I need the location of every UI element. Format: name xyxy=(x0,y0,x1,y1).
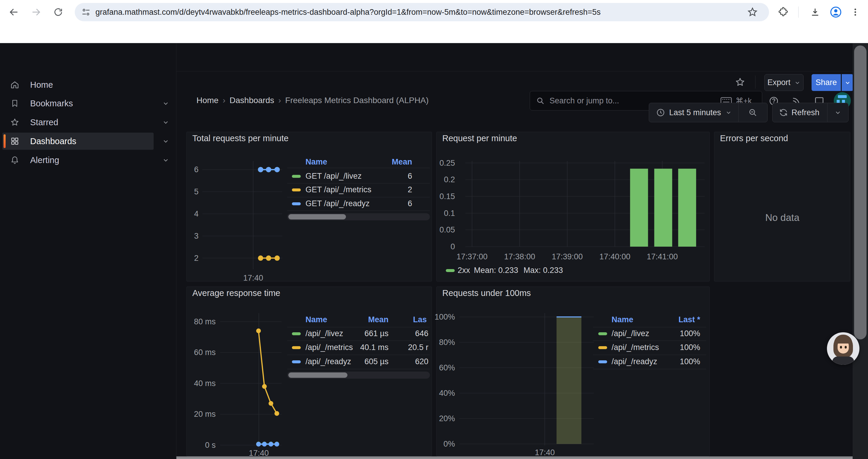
legend-name[interactable]: GET /api/_/metrics xyxy=(306,185,371,194)
panel-title[interactable]: Average response time xyxy=(192,288,280,298)
forward-icon[interactable] xyxy=(29,5,43,19)
browser-menu-icon[interactable] xyxy=(848,5,862,19)
share-menu-button[interactable] xyxy=(842,74,853,91)
breadcrumb-separator: › xyxy=(274,96,285,105)
legend-name[interactable]: /api/_/livez xyxy=(612,329,649,338)
legend-last: 100% xyxy=(680,357,700,366)
legend-separator xyxy=(287,183,430,184)
legend-mean: 605 µs xyxy=(364,357,389,366)
sidebar-item-starred[interactable]: Starred xyxy=(0,114,176,131)
panel-title[interactable]: Errors per second xyxy=(720,133,788,143)
toolbar-divider xyxy=(798,6,799,18)
sidebar-item-dashboards[interactable]: Dashboards xyxy=(0,133,176,150)
clock-icon xyxy=(656,108,665,117)
panel-title[interactable]: Requests under 100ms xyxy=(442,288,531,298)
url-input[interactable] xyxy=(95,7,745,17)
legend-separator xyxy=(593,355,706,355)
series-chip xyxy=(292,346,301,349)
series-chip xyxy=(292,360,301,363)
sidebar-item-label: Starred xyxy=(30,118,58,127)
star-icon xyxy=(10,118,20,127)
legend-name[interactable]: GET /api/_/livez xyxy=(306,172,362,181)
search-icon xyxy=(536,96,545,105)
legend-separator xyxy=(287,369,430,369)
horizontal-scrollbar[interactable] xyxy=(176,456,852,459)
legend-name[interactable]: GET /api/_/readyz xyxy=(306,199,370,208)
dashboards-grid-icon xyxy=(10,136,20,146)
export-button[interactable]: Export xyxy=(764,74,804,91)
extensions-icon[interactable] xyxy=(776,5,790,19)
legend-name[interactable]: /api/_/metrics xyxy=(306,343,353,352)
legend-header-mean[interactable]: Mean xyxy=(368,315,389,324)
legend-scrollbar-thumb[interactable] xyxy=(288,372,347,378)
legend-name[interactable]: 2xx xyxy=(458,266,470,275)
panel-title[interactable]: Total requests per minute xyxy=(192,133,289,143)
series-chip xyxy=(598,346,607,349)
favorite-star-icon[interactable] xyxy=(734,76,746,88)
bookmark-icon xyxy=(10,99,20,108)
legend-header-name[interactable]: Name xyxy=(612,315,633,324)
back-icon[interactable] xyxy=(7,5,21,19)
page-scrollbar-thumb[interactable] xyxy=(854,45,867,339)
legend-scrollbar[interactable] xyxy=(287,213,430,220)
reload-icon[interactable] xyxy=(52,5,65,19)
legend-header-mean[interactable]: Mean xyxy=(392,157,412,167)
chevron-down-icon[interactable] xyxy=(162,137,169,145)
breadcrumb-current: Freeleaps Metrics Dashboard (ALPHA) xyxy=(285,96,429,105)
legend-scrollbar-thumb[interactable] xyxy=(288,214,346,220)
panel-errors-per-second[interactable] xyxy=(714,132,850,282)
refresh-icon xyxy=(779,108,788,117)
avatar-bangs xyxy=(834,335,852,343)
panel-request-per-minute[interactable] xyxy=(436,132,710,282)
panel-title[interactable]: Request per minute xyxy=(442,133,517,143)
bookmark-star-icon[interactable] xyxy=(746,5,759,19)
legend-separator xyxy=(593,340,706,341)
refresh-interval-chevron-icon[interactable] xyxy=(834,109,841,116)
avatar-body xyxy=(832,357,854,365)
legend-header-name[interactable]: Name xyxy=(306,157,327,167)
sidebar-item-alerting[interactable]: Alerting xyxy=(0,152,176,169)
sidebar-item-home[interactable]: Home xyxy=(0,76,176,93)
legend-name[interactable]: /api/_/readyz xyxy=(306,357,351,366)
zoom-out-icon[interactable] xyxy=(748,108,757,117)
refresh-label[interactable]: Refresh xyxy=(792,108,819,117)
panel-requests-under-100ms[interactable] xyxy=(436,287,710,456)
chevron-down-icon[interactable] xyxy=(162,156,169,164)
legend-name[interactable]: /api/_/metrics xyxy=(612,343,659,352)
series-chip xyxy=(598,332,607,335)
chevron-down-icon[interactable] xyxy=(162,119,169,126)
series-chip xyxy=(292,189,301,191)
chevron-down-icon[interactable] xyxy=(162,100,169,107)
legend-last: 100% xyxy=(680,343,700,352)
legend-separator xyxy=(287,197,430,197)
legend-header-name[interactable]: Name xyxy=(306,315,327,324)
sidebar: Home Bookmarks Starred Dash xyxy=(0,43,176,459)
sidebar-item-bookmarks[interactable]: Bookmarks xyxy=(0,95,176,112)
time-range-group: Last 5 minutes xyxy=(649,103,768,122)
legend-name[interactable]: /api/_/livez xyxy=(306,329,343,338)
site-settings-icon[interactable] xyxy=(81,7,91,17)
legend-separator xyxy=(593,327,706,327)
legend-header-last[interactable]: Las xyxy=(413,315,427,324)
assistant-avatar[interactable] xyxy=(827,332,860,365)
home-icon xyxy=(10,80,20,90)
url-bar[interactable] xyxy=(75,3,769,21)
share-button[interactable]: Share xyxy=(812,74,841,91)
refresh-group: Refresh xyxy=(772,103,848,122)
legend-name[interactable]: /api/_/readyz xyxy=(612,357,657,366)
sidebar-item-label: Bookmarks xyxy=(30,99,73,108)
toolbar-divider xyxy=(755,76,755,89)
legend-scrollbar[interactable] xyxy=(287,371,430,379)
profile-avatar-icon[interactable] xyxy=(829,5,843,20)
legend-mean: 2 xyxy=(408,185,412,194)
legend-max: Max: 0.233 xyxy=(524,266,563,275)
chevron-down-icon xyxy=(725,109,732,116)
legend-header-last[interactable]: Last * xyxy=(678,315,700,324)
download-icon[interactable] xyxy=(808,5,822,19)
breadcrumb-home[interactable]: Home xyxy=(196,96,219,105)
sidebar-item-label: Alerting xyxy=(30,155,59,165)
sidebar-item-label: Home xyxy=(30,80,53,90)
time-range-label[interactable]: Last 5 minutes xyxy=(669,108,721,117)
breadcrumb-dashboards[interactable]: Dashboards xyxy=(229,96,274,105)
page-scrollbar-track[interactable] xyxy=(852,43,868,459)
